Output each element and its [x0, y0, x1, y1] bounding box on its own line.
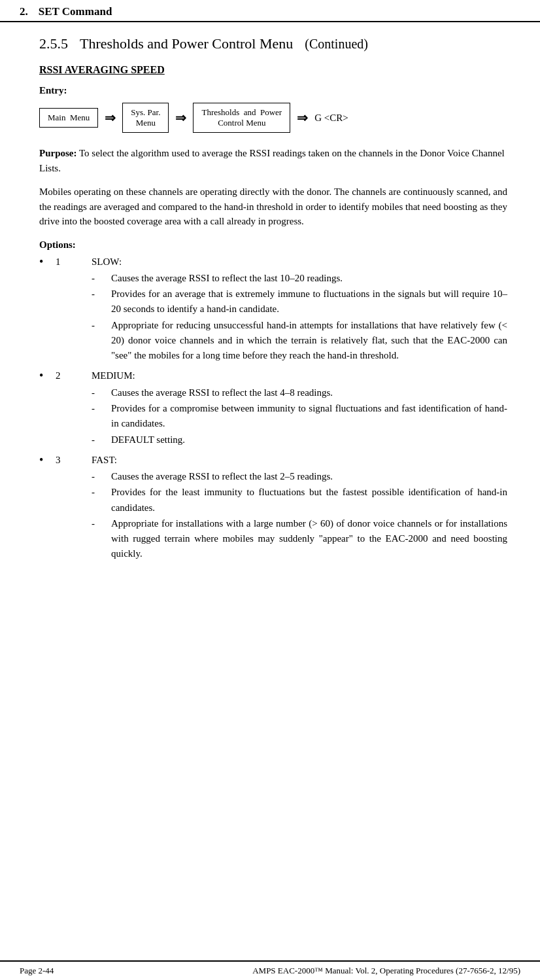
- options-label: Options:: [39, 239, 507, 251]
- footer-left: Page 2-44: [20, 966, 54, 976]
- opt-num-1: 1: [52, 254, 92, 270]
- purpose-body: To select the algorithm used to average …: [39, 148, 505, 173]
- fast-text-2: Provides for the least immunity to fluct…: [111, 485, 507, 516]
- option-row-2: • 2 MEDIUM:: [39, 368, 507, 383]
- dash: -: [92, 469, 111, 484]
- dash: -: [92, 401, 111, 416]
- medium-item-3: - DEFAULT setting.: [92, 432, 507, 447]
- medium-text-2: Provides for a compromise between immuni…: [111, 401, 507, 432]
- fast-text-3: Appropriate for installations with a lar…: [111, 516, 507, 562]
- options-list: • 1 SLOW: - Causes the average RSSI to r…: [39, 254, 507, 562]
- footer-right: AMPS EAC-2000™ Manual: Vol. 2, Operating…: [252, 966, 520, 976]
- arrow-3: ⇒: [297, 110, 308, 126]
- page-footer: Page 2-44 AMPS EAC-2000™ Manual: Vol. 2,…: [0, 960, 540, 980]
- opt-num-3: 3: [52, 453, 92, 468]
- opt-name-1: SLOW:: [92, 254, 122, 270]
- fast-item-3: - Appropriate for installations with a l…: [92, 516, 507, 562]
- dash: -: [92, 385, 111, 400]
- entry-label: Entry:: [39, 85, 507, 96]
- medium-item-2: - Provides for a compromise between immu…: [92, 401, 507, 432]
- slow-text-3: Appropriate for reducing unsuccessful ha…: [111, 318, 507, 364]
- dash: -: [92, 271, 111, 286]
- medium-text-1: Causes the average RSSI to reflect the l…: [111, 385, 507, 400]
- sys-par-menu-box: Sys. Par.Menu: [122, 103, 169, 133]
- dash: -: [92, 287, 111, 302]
- dash: -: [92, 318, 111, 333]
- section-continued: (Continued): [305, 37, 368, 52]
- page-header: 2. SET Command: [0, 0, 540, 22]
- medium-text-3: DEFAULT setting.: [111, 432, 507, 447]
- bullet-2: •: [39, 368, 52, 383]
- opt-name-2: MEDIUM:: [92, 368, 135, 383]
- thresholds-menu-box: Thresholds and PowerControl Menu: [193, 103, 290, 133]
- fast-subitems: - Causes the average RSSI to reflect the…: [92, 469, 507, 562]
- dash: -: [92, 432, 111, 447]
- option-row-3: • 3 FAST:: [39, 453, 507, 468]
- fast-text-1: Causes the average RSSI to reflect the l…: [111, 469, 507, 484]
- slow-subitems: - Causes the average RSSI to reflect the…: [92, 271, 507, 364]
- subsection-heading: RSSI AVERAGING SPEED: [39, 64, 507, 76]
- section-title: 2.5.5 Thresholds and Power Control Menu …: [39, 35, 507, 52]
- bullet-1: •: [39, 254, 52, 270]
- header-chapter: 2.: [20, 5, 28, 18]
- slow-item-2: - Provides for an average that is extrem…: [92, 287, 507, 317]
- opt-num-2: 2: [52, 368, 92, 383]
- medium-item-1: - Causes the average RSSI to reflect the…: [92, 385, 507, 400]
- entry-flow: Main Menu ⇒ Sys. Par.Menu ⇒ Thresholds a…: [39, 103, 507, 133]
- bullet-3: •: [39, 453, 52, 468]
- fast-item-1: - Causes the average RSSI to reflect the…: [92, 469, 507, 484]
- medium-subitems: - Causes the average RSSI to reflect the…: [92, 385, 507, 447]
- slow-text-1: Causes the average RSSI to reflect the l…: [111, 271, 507, 286]
- dash: -: [92, 485, 111, 500]
- purpose-label: Purpose:: [39, 148, 77, 158]
- purpose-text: Purpose: To select the algorithm used to…: [39, 146, 507, 175]
- opt-name-3: FAST:: [92, 453, 117, 468]
- dash: -: [92, 516, 111, 531]
- arrow-2: ⇒: [175, 110, 186, 126]
- arrow-1: ⇒: [105, 110, 116, 126]
- slow-text-2: Provides for an average that is extremel…: [111, 287, 507, 317]
- section-number: 2.5.5: [39, 35, 68, 52]
- slow-item-1: - Causes the average RSSI to reflect the…: [92, 271, 507, 286]
- main-menu-box: Main Menu: [39, 108, 98, 128]
- option-row-1: • 1 SLOW:: [39, 254, 507, 270]
- slow-item-3: - Appropriate for reducing unsuccessful …: [92, 318, 507, 364]
- body-paragraph: Mobiles operating on these channels are …: [39, 184, 507, 229]
- header-title: SET Command: [39, 5, 112, 18]
- main-content: 2.5.5 Thresholds and Power Control Menu …: [0, 22, 540, 606]
- section-name: Thresholds and Power Control Menu: [80, 35, 293, 52]
- fast-item-2: - Provides for the least immunity to flu…: [92, 485, 507, 516]
- g-cr-text: G <CR>: [314, 113, 348, 124]
